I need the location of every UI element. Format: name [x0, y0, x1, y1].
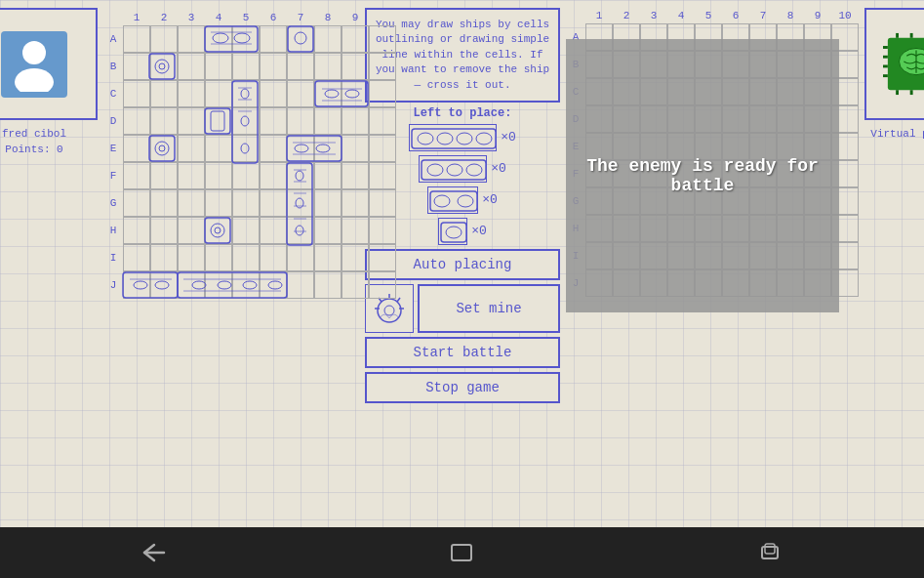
cell-g3[interactable] [178, 189, 205, 217]
cell-h7[interactable] [287, 217, 314, 244]
cell-h3[interactable] [178, 217, 205, 244]
cell-i4[interactable] [205, 244, 232, 271]
cell-f1[interactable] [123, 162, 150, 189]
cell-i7[interactable] [287, 244, 314, 271]
cell-c4[interactable] [205, 80, 232, 107]
cell-b10[interactable] [369, 53, 396, 80]
cell-d1[interactable] [123, 107, 150, 135]
cell-i5[interactable] [232, 244, 260, 271]
cell-f10[interactable] [369, 162, 396, 189]
cell-e4[interactable] [205, 135, 232, 162]
cell-g5[interactable] [232, 189, 260, 217]
cell-e2[interactable] [150, 135, 178, 162]
cell-h9[interactable] [341, 217, 369, 244]
cell-c2[interactable] [150, 80, 178, 107]
cell-d5[interactable] [232, 107, 260, 135]
cell-i6[interactable] [260, 244, 287, 271]
cell-d10[interactable] [369, 107, 396, 135]
cell-a10[interactable] [369, 25, 396, 53]
cell-a1[interactable] [123, 25, 150, 53]
cell-c5[interactable] [232, 80, 260, 107]
cell-e8[interactable] [314, 135, 341, 162]
cell-j7[interactable] [287, 271, 314, 299]
cell-c7[interactable] [287, 80, 314, 107]
cell-g6[interactable] [260, 189, 287, 217]
cell-a9[interactable] [341, 25, 369, 53]
cell-c1[interactable] [123, 80, 150, 107]
cell-i1[interactable] [123, 244, 150, 271]
cell-f5[interactable] [232, 162, 260, 189]
cell-h6[interactable] [260, 217, 287, 244]
cell-i8[interactable] [314, 244, 341, 271]
cell-e1[interactable] [123, 135, 150, 162]
cell-i10[interactable] [369, 244, 396, 271]
cell-b2[interactable] [150, 53, 178, 80]
cell-h8[interactable] [314, 217, 341, 244]
cell-g9[interactable] [341, 189, 369, 217]
cell-f8[interactable] [314, 162, 341, 189]
cell-b5[interactable] [232, 53, 260, 80]
cell-c10[interactable] [369, 80, 396, 107]
cell-c3[interactable] [178, 80, 205, 107]
cell-d8[interactable] [314, 107, 341, 135]
cell-j1[interactable] [123, 271, 150, 299]
cell-e6[interactable] [260, 135, 287, 162]
cell-a7[interactable] [287, 25, 314, 53]
cell-b9[interactable] [341, 53, 369, 80]
cell-d9[interactable] [341, 107, 369, 135]
cell-c8[interactable] [314, 80, 341, 107]
cell-b1[interactable] [123, 53, 150, 80]
cell-j3[interactable] [178, 271, 205, 299]
cell-f7[interactable] [287, 162, 314, 189]
cell-a6[interactable] [260, 25, 287, 53]
cell-h10[interactable] [369, 217, 396, 244]
cell-d3[interactable] [178, 107, 205, 135]
cell-e3[interactable] [178, 135, 205, 162]
cell-j8[interactable] [314, 271, 341, 299]
cell-c6[interactable] [260, 80, 287, 107]
cell-f3[interactable] [178, 162, 205, 189]
cell-j6[interactable] [260, 271, 287, 299]
cell-g4[interactable] [205, 189, 232, 217]
cell-g2[interactable] [150, 189, 178, 217]
cell-b8[interactable] [314, 53, 341, 80]
cell-d2[interactable] [150, 107, 178, 135]
cell-f2[interactable] [150, 162, 178, 189]
set-mine-button[interactable]: Set mine [418, 284, 560, 333]
cell-a2[interactable] [150, 25, 178, 53]
cell-g10[interactable] [369, 189, 396, 217]
cell-f6[interactable] [260, 162, 287, 189]
cell-h1[interactable] [123, 217, 150, 244]
cell-h4[interactable] [205, 217, 232, 244]
back-button[interactable] [125, 533, 183, 572]
cell-a3[interactable] [178, 25, 205, 53]
cell-h2[interactable] [150, 217, 178, 244]
cell-i9[interactable] [341, 244, 369, 271]
cell-a8[interactable] [314, 25, 341, 53]
stop-game-button[interactable]: Stop game [365, 372, 560, 403]
home-button[interactable] [432, 533, 491, 572]
cell-i3[interactable] [178, 244, 205, 271]
cell-a4[interactable] [205, 25, 232, 53]
cell-b4[interactable] [205, 53, 232, 80]
cell-b6[interactable] [260, 53, 287, 80]
cell-e9[interactable] [341, 135, 369, 162]
cell-j9[interactable] [341, 271, 369, 299]
cell-f4[interactable] [205, 162, 232, 189]
cell-c9[interactable] [341, 80, 369, 107]
cell-j2[interactable] [150, 271, 178, 299]
cell-i2[interactable] [150, 244, 178, 271]
cell-g7[interactable] [287, 189, 314, 217]
cell-f9[interactable] [341, 162, 369, 189]
cell-j10[interactable] [369, 271, 396, 299]
cell-d4[interactable] [205, 107, 232, 135]
cell-j4[interactable] [205, 271, 232, 299]
cell-b3[interactable] [178, 53, 205, 80]
cell-e5[interactable] [232, 135, 260, 162]
cell-a5[interactable] [232, 25, 260, 53]
cell-d6[interactable] [260, 107, 287, 135]
cell-g1[interactable] [123, 189, 150, 217]
cell-b7[interactable] [287, 53, 314, 80]
cell-e7[interactable] [287, 135, 314, 162]
start-battle-button[interactable]: Start battle [365, 337, 560, 368]
